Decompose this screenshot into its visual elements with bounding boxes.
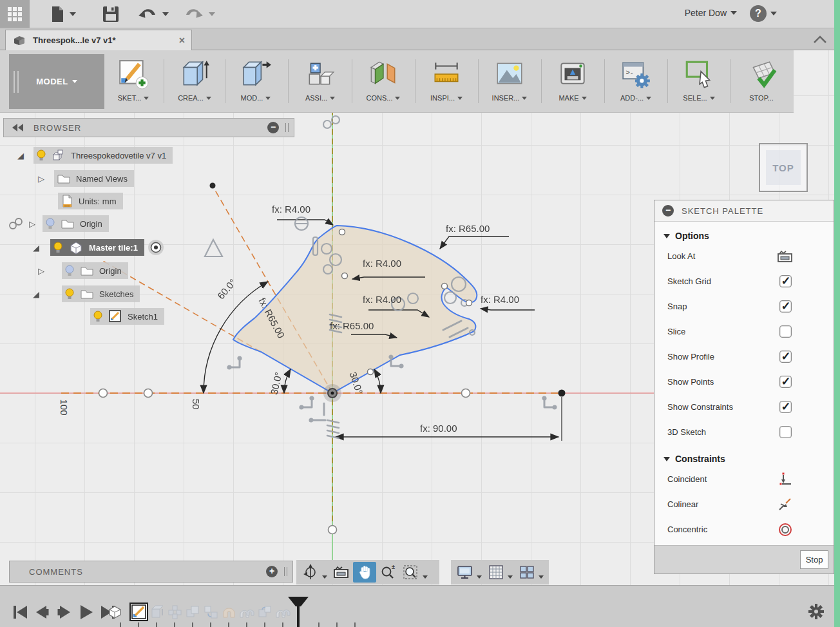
sketch-button[interactable]: SKET...	[110, 55, 157, 111]
palette-minimize-icon[interactable]: −	[662, 205, 674, 217]
zoom-window-button[interactable]	[399, 562, 423, 583]
slice-checkbox[interactable]	[779, 325, 792, 338]
redo-button[interactable]	[183, 4, 215, 24]
activate-component-radio[interactable]	[148, 240, 164, 255]
user-account-menu[interactable]: Peter Dow	[685, 8, 737, 18]
make-button[interactable]: MAKE	[549, 55, 596, 111]
look-at-button[interactable]	[330, 562, 353, 583]
grid-settings-dropdown-icon[interactable]	[508, 575, 513, 579]
save-button[interactable]	[102, 4, 120, 24]
timeline-feature-faded[interactable]	[167, 604, 183, 620]
visibility-bulb-icon[interactable]	[93, 310, 103, 323]
create-button[interactable]: CREA...	[171, 55, 218, 111]
colinear-icon[interactable]	[778, 497, 792, 512]
go-to-beginning-button[interactable]	[12, 604, 29, 621]
browser-row-component[interactable]: ◢ Threespokedovetile v7 v1	[15, 147, 173, 164]
browser-row-sketch1[interactable]: Sketch1	[90, 308, 164, 325]
timeline-feature-sketch[interactable]	[131, 604, 147, 620]
undo-button[interactable]	[137, 4, 169, 24]
expander-collapsed-icon[interactable]: ▷	[36, 266, 46, 276]
timeline-feature-component[interactable]	[107, 604, 123, 620]
timeline-feature-faded[interactable]	[239, 604, 255, 620]
tab-close-icon[interactable]: ×	[179, 35, 185, 46]
expander-collapsed-icon[interactable]: ▷	[27, 219, 37, 229]
play-button[interactable]	[77, 604, 95, 621]
help-menu[interactable]: ?	[750, 5, 777, 22]
collapse-browser-icon[interactable]	[12, 123, 24, 132]
zoom-window-dropdown-icon[interactable]	[423, 575, 428, 579]
comments-bar[interactable]: COMMENTS +	[9, 561, 293, 583]
timeline-feature-faded[interactable]	[185, 604, 201, 620]
grid-settings-button[interactable]	[484, 562, 508, 583]
browser-resize-handle[interactable]	[285, 123, 289, 132]
comments-resize-handle[interactable]	[284, 567, 287, 576]
assemble-button[interactable]: ASSI...	[297, 55, 343, 111]
sketch-palette-header[interactable]: − SKETCH PALETTE	[654, 200, 834, 222]
collaboration-accent-strip	[834, 0, 840, 627]
display-settings-dropdown-icon[interactable]	[477, 575, 482, 579]
orbit-dropdown-icon[interactable]	[322, 575, 327, 579]
next-step-button[interactable]	[55, 604, 73, 621]
show-points-checkbox[interactable]	[779, 376, 792, 388]
zoom-button[interactable]: ±	[376, 562, 399, 583]
body-icon	[68, 240, 84, 255]
browser-row-units[interactable]: Units: mm	[58, 193, 123, 209]
browser-row-named-views[interactable]: ▷ Named Views	[36, 170, 134, 187]
expander-expanded-icon[interactable]: ◢	[31, 243, 41, 253]
select-button[interactable]: SELE...	[676, 55, 722, 111]
view-cube[interactable]: TOP	[759, 143, 808, 192]
document-tab[interactable]: Threespok...le v7 v1* ×	[5, 30, 192, 50]
browser-row-origin-root[interactable]: ▷ Origin	[8, 215, 109, 232]
pan-button[interactable]	[353, 562, 376, 583]
timeline-feature-faded[interactable]	[203, 604, 219, 620]
add-ins-button[interactable]: >- ADD-...	[613, 55, 659, 111]
browser-row-master-tile[interactable]: ◢ Master tile:1	[31, 239, 164, 256]
timeline-feature-faded[interactable]	[221, 604, 237, 620]
timeline-feature-faded[interactable]	[149, 604, 165, 620]
expander-expanded-icon[interactable]: ◢	[15, 151, 26, 160]
insert-button[interactable]: INSER...	[486, 55, 533, 111]
stop-button[interactable]: Stop	[800, 550, 828, 569]
look-at-icon[interactable]	[777, 249, 794, 264]
expander-expanded-icon[interactable]: ◢	[31, 289, 41, 299]
view-cube-top-face[interactable]: TOP	[766, 150, 801, 185]
add-comment-icon[interactable]: +	[266, 566, 278, 577]
timeline-settings-button[interactable]	[807, 603, 825, 621]
visibility-bulb-icon[interactable]	[36, 149, 46, 162]
browser-row-sketches[interactable]: ◢ Sketches	[31, 285, 140, 302]
constraints-section-header[interactable]: Constraints	[654, 445, 834, 467]
inspect-button[interactable]: INSPI...	[423, 55, 470, 111]
visibility-bulb-icon[interactable]	[64, 264, 75, 277]
timeline-playhead[interactable]	[287, 596, 310, 627]
toolbar-grip[interactable]	[14, 71, 19, 93]
visibility-bulb-icon[interactable]	[64, 287, 75, 300]
browser-row-label: Named Views	[76, 174, 128, 184]
sketch-grid-checkbox[interactable]	[779, 275, 792, 287]
previous-step-button[interactable]	[33, 604, 51, 621]
browser-panel-header[interactable]: BROWSER −	[3, 118, 294, 137]
snap-checkbox[interactable]	[779, 300, 792, 313]
3d-sketch-checkbox[interactable]	[779, 426, 792, 438]
collapse-ribbon-icon[interactable]	[812, 34, 828, 45]
app-launcher-button[interactable]	[0, 0, 30, 28]
coincident-icon[interactable]	[778, 472, 792, 487]
concentric-icon[interactable]	[778, 522, 793, 537]
display-settings-button[interactable]	[453, 562, 477, 583]
show-constraints-checkbox[interactable]	[779, 401, 792, 413]
expander-collapsed-icon[interactable]: ▷	[36, 174, 46, 184]
timeline-feature-faded[interactable]	[257, 604, 273, 620]
modify-button[interactable]: MOD...	[233, 55, 279, 111]
stop-sketch-button[interactable]: STOP...	[738, 55, 785, 111]
viewports-dropdown-icon[interactable]	[539, 575, 544, 579]
file-menu-button[interactable]	[49, 4, 76, 24]
options-section-header[interactable]: Options	[654, 222, 834, 244]
visibility-bulb-icon[interactable]	[45, 217, 55, 230]
browser-minimize-icon[interactable]: −	[267, 122, 279, 133]
orbit-button[interactable]	[299, 562, 322, 583]
construct-button[interactable]: CONS...	[360, 55, 406, 111]
browser-row-origin-child[interactable]: ▷ Origin	[36, 262, 128, 279]
show-profile-checkbox[interactable]	[779, 351, 792, 363]
viewports-button[interactable]	[515, 562, 539, 583]
visibility-bulb-icon[interactable]	[53, 241, 63, 254]
workspace-selector[interactable]: MODEL	[9, 54, 104, 109]
